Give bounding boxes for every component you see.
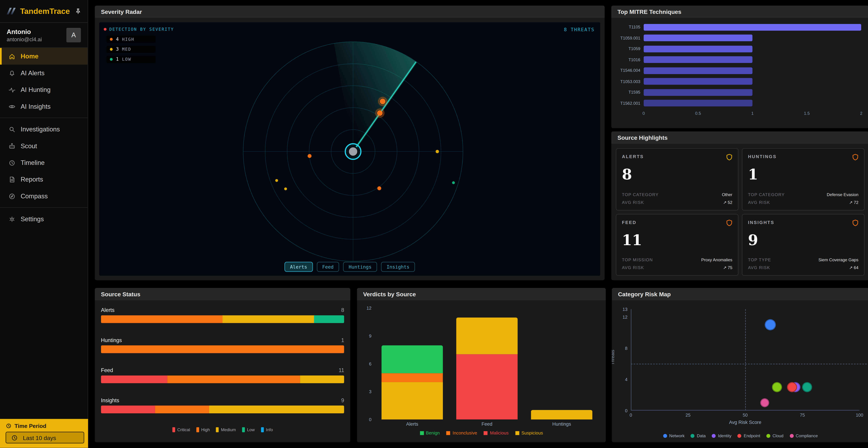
highlight-card-row: AVG RISK↗52 bbox=[622, 200, 732, 205]
mitre-bar-track bbox=[644, 35, 861, 41]
highlight-card-alerts[interactable]: ALERTS8TOP CATEGORYOtherAVG RISK↗52 bbox=[616, 148, 739, 210]
radar-blip bbox=[377, 110, 383, 116]
crosshair-vertical bbox=[745, 309, 746, 411]
search-icon bbox=[8, 126, 16, 133]
status-legend: CriticalHighMediumLowInfo bbox=[101, 427, 344, 432]
sidebar-item-ai-insights[interactable]: AI Insights bbox=[0, 98, 88, 114]
severity-dot-icon bbox=[110, 58, 113, 61]
axis-tick-label: 1.5 bbox=[804, 111, 810, 116]
sidebar-item-settings[interactable]: Settings bbox=[0, 211, 88, 227]
legend-chip bbox=[484, 431, 488, 435]
axis-tick-label: 25 bbox=[686, 413, 690, 418]
home-icon bbox=[8, 53, 16, 60]
sidebar-item-compass[interactable]: Compass bbox=[0, 188, 88, 204]
sidebar-item-home[interactable]: Home bbox=[0, 48, 88, 65]
sidebar-item-label: Reports bbox=[21, 176, 43, 183]
axis-tick-label: 0 bbox=[614, 408, 627, 413]
app: TandemTrace Antonio antonio@cl4.ai A Hom… bbox=[0, 0, 868, 448]
legend-label: Critical bbox=[177, 427, 190, 432]
legend-chip bbox=[446, 431, 450, 435]
highlight-card-huntings[interactable]: HUNTINGS1TOP CATEGORYDefense EvasionAVG … bbox=[742, 148, 865, 210]
verdicts-panel: Verdicts by Source 036912AlertsFeedHunti… bbox=[357, 288, 606, 442]
highlight-card-rows: TOP MISSIONProxy AnomaliesAVG RISK↗75 bbox=[622, 254, 732, 270]
panel-title: Source Highlights bbox=[611, 131, 868, 144]
legend-label: Low bbox=[247, 427, 255, 432]
highlight-card-feed[interactable]: FEED11TOP MISSIONProxy AnomaliesAVG RISK… bbox=[616, 214, 739, 276]
legend-item-endpoint: Endpoint bbox=[738, 434, 760, 439]
verdicts-stack bbox=[531, 410, 592, 420]
radar-filter-alerts[interactable]: Alerts bbox=[284, 262, 313, 272]
mitre-bar bbox=[644, 24, 861, 31]
legend-chip bbox=[172, 427, 175, 432]
robot-icon bbox=[8, 142, 16, 150]
legend-item-info: Info bbox=[261, 427, 273, 432]
radar-filter-insights[interactable]: Insights bbox=[381, 262, 415, 272]
highlight-card-insights[interactable]: INSIGHTS9TOP TYPESiem Coverage GapsAVG R… bbox=[742, 214, 865, 276]
severity-count: 1 bbox=[116, 57, 119, 62]
highlight-cards: ALERTS8TOP CATEGORYOtherAVG RISK↗52HUNTI… bbox=[611, 144, 868, 280]
radar-blip bbox=[284, 187, 287, 190]
source-highlights-panel: Source Highlights ALERTS8TOP CATEGORYOth… bbox=[611, 131, 868, 280]
sidebar-item-timeline[interactable]: Timeline bbox=[0, 154, 88, 171]
pin-sidebar-icon[interactable] bbox=[75, 8, 81, 14]
user-profile[interactable]: Antonio antonio@cl4.ai A bbox=[0, 22, 88, 48]
mitre-row: T1595 bbox=[617, 87, 861, 98]
axis-tick-label: 12 bbox=[614, 314, 627, 319]
sidebar-item-ai-alerts[interactable]: AI Alerts bbox=[0, 65, 88, 81]
panel-title: Top MITRE Techniques bbox=[611, 5, 868, 18]
radar-filter-feed[interactable]: Feed bbox=[317, 262, 339, 272]
axis-tick-label: 0 bbox=[630, 413, 632, 418]
status-source-count: 9 bbox=[341, 397, 344, 403]
axis-tick-label: 0 bbox=[643, 111, 645, 116]
mitre-bar-track bbox=[644, 56, 861, 63]
sidebar-item-ai-hunting[interactable]: AI Hunting bbox=[0, 81, 88, 98]
risk-map-legend: NetworkDataIdentityEndpointCloudComplian… bbox=[612, 434, 868, 439]
radar-filter-huntings[interactable]: Huntings bbox=[343, 262, 377, 272]
legend-item-low: Low bbox=[242, 427, 255, 432]
axis-tick-label: 6 bbox=[361, 361, 372, 367]
main-content: Severity Radar DETECTION BY SEVERITY 4HI… bbox=[88, 0, 868, 448]
sidebar-item-scout[interactable]: Scout bbox=[0, 138, 88, 154]
verdicts-stacked-chart: 036912AlertsFeedHuntingsBenignInconclusi… bbox=[357, 300, 606, 442]
radar-blip bbox=[275, 179, 278, 182]
highlight-card-title: ALERTS bbox=[622, 154, 732, 159]
sidebar-item-reports[interactable]: Reports bbox=[0, 171, 88, 187]
trend-up-icon: ↗ bbox=[723, 265, 726, 270]
highlight-row-label: AVG RISK bbox=[622, 265, 644, 270]
mitre-row: T1546.004 bbox=[617, 65, 861, 76]
severity-count: 3 bbox=[116, 47, 119, 52]
highlight-row-value: Defense Evasion bbox=[827, 192, 859, 197]
sidebar-item-label: AI Hunting bbox=[21, 87, 51, 93]
legend-label: Endpoint bbox=[744, 434, 760, 439]
status-source-count: 11 bbox=[339, 367, 344, 373]
legend-chip bbox=[691, 434, 694, 438]
status-segment-high bbox=[155, 406, 209, 413]
legend-label: Suspicious bbox=[522, 430, 543, 436]
time-period-select[interactable]: Last 10 days bbox=[5, 432, 84, 443]
highlight-row-label: TOP TYPE bbox=[748, 257, 771, 262]
shield-icon bbox=[852, 219, 858, 226]
radar-severity-high: 4HIGH bbox=[106, 36, 156, 43]
verdict-segment-suspicious bbox=[456, 317, 518, 354]
status-source-name: Huntings bbox=[101, 337, 122, 343]
legend-chip bbox=[420, 431, 424, 435]
verdicts-plot bbox=[375, 308, 599, 420]
threat-count: 8 THREATS bbox=[564, 27, 595, 32]
highlight-card-value: 9 bbox=[748, 232, 859, 248]
highlight-card-title: FEED bbox=[622, 220, 732, 225]
status-segment-low bbox=[314, 315, 344, 323]
axis-tick-label: 8 bbox=[614, 346, 627, 351]
alert-dot-icon bbox=[104, 28, 106, 31]
severity-label: LOW bbox=[122, 57, 131, 62]
legend-label: Info bbox=[266, 427, 273, 432]
risk-bubble-compliance bbox=[760, 398, 769, 407]
status-row-label: Feed11 bbox=[101, 367, 344, 373]
sidebar-item-label: Home bbox=[21, 53, 38, 60]
brand-title: TandemTrace bbox=[20, 7, 71, 15]
sidebar-item-investigations[interactable]: Investigations bbox=[0, 121, 88, 137]
legend-label: Identity bbox=[718, 434, 732, 439]
risk-map-scatter-chart: 04812130255075100ThreatsAvg Risk ScoreNe… bbox=[612, 300, 868, 442]
gear-icon bbox=[8, 215, 16, 222]
legend-chip bbox=[242, 427, 245, 432]
sidebar-item-label: Investigations bbox=[21, 126, 60, 133]
